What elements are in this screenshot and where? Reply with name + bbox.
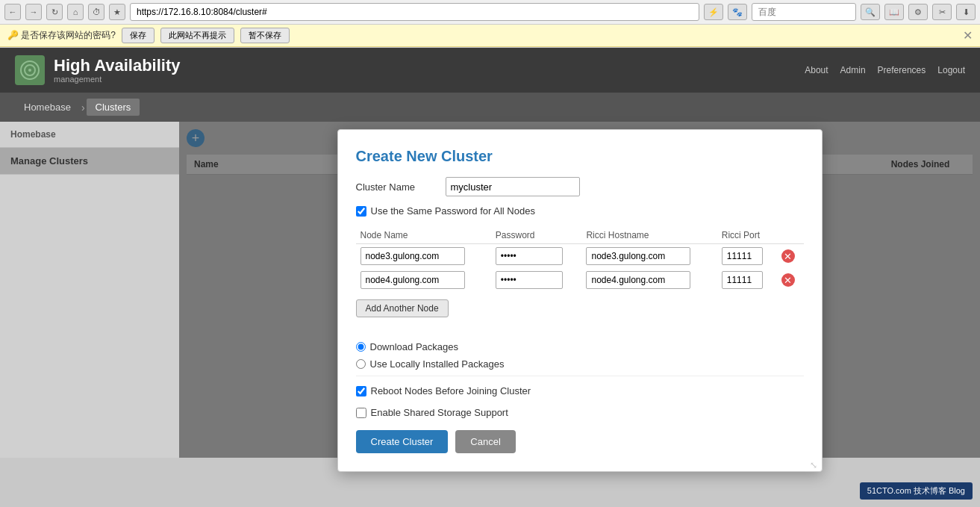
same-password-label: Use the Same Password for All Nodes xyxy=(371,205,535,217)
node1-hostname-cell xyxy=(581,244,717,269)
node2-remove-button[interactable]: ✕ xyxy=(781,273,795,287)
node1-port-cell xyxy=(717,244,777,269)
node2-password-input[interactable] xyxy=(496,271,563,289)
local-packages-radio[interactable] xyxy=(356,359,366,369)
modal-overlay: Create New Cluster Cluster Name Use the … xyxy=(179,122,980,458)
browser-toolbar: ← → ↻ ⌂ ⏱ ★ ⚡ 🐾 🔍 📖 ⚙ ✂ ⬇ xyxy=(0,0,980,25)
node1-name-input[interactable] xyxy=(361,247,465,265)
breadcrumb-homebase[interactable]: Homebase xyxy=(15,99,80,116)
logout-link[interactable]: Logout xyxy=(937,65,965,75)
browser-action-7[interactable]: ⬇ xyxy=(956,4,976,20)
resize-handle[interactable] xyxy=(810,459,819,468)
content-area: + Name Nodes Joined Create New Cluster C… xyxy=(179,122,980,458)
not-now-button[interactable]: 暂不保存 xyxy=(240,28,290,43)
same-password-row: Use the Same Password for All Nodes xyxy=(356,205,804,217)
browser-action-6[interactable]: ✂ xyxy=(932,4,952,20)
ricci-port-header: Ricci Port xyxy=(717,227,777,244)
home-button[interactable]: ⌂ xyxy=(67,4,84,20)
local-packages-label: Use Locally Installed Packages xyxy=(370,358,505,370)
logo-text: High Availability management xyxy=(54,57,181,84)
reboot-row: Reboot Nodes Before Joining Cluster xyxy=(356,385,804,396)
node2-port-cell xyxy=(717,268,777,292)
ricci-hostname-header: Ricci Hostname xyxy=(581,227,717,244)
logo-svg xyxy=(19,59,41,81)
cluster-name-row: Cluster Name xyxy=(356,177,804,196)
remove-header xyxy=(777,227,804,244)
node1-port-input[interactable] xyxy=(722,247,763,265)
reboot-label: Reboot Nodes Before Joining Cluster xyxy=(371,385,531,396)
browser-action-3[interactable]: 🔍 xyxy=(861,4,880,20)
shared-storage-row: Enable Shared Storage Support xyxy=(356,407,804,418)
create-cluster-modal: Create New Cluster Cluster Name Use the … xyxy=(337,129,823,472)
add-another-node-button[interactable]: Add Another Node xyxy=(356,299,449,317)
browser-action-1[interactable]: ⚡ xyxy=(704,4,723,20)
node2-port-input[interactable] xyxy=(722,271,763,289)
reboot-checkbox[interactable] xyxy=(356,386,366,396)
node2-hostname-input[interactable] xyxy=(586,271,690,289)
logo-icon xyxy=(15,55,45,85)
browser-chrome: ← → ↻ ⌂ ⏱ ★ ⚡ 🐾 🔍 📖 ⚙ ✂ ⬇ 🔑 是否保存该网站的密码? … xyxy=(0,0,980,48)
shared-storage-label: Enable Shared Storage Support xyxy=(371,407,508,418)
action-buttons: Create Cluster Cancel xyxy=(356,430,804,453)
header-nav: About Admin Preferences Logout xyxy=(805,65,980,75)
preferences-link[interactable]: Preferences xyxy=(878,65,926,75)
node2-remove-cell: ✕ xyxy=(777,268,804,292)
breadcrumb-arrow: › xyxy=(81,102,85,113)
cluster-name-input[interactable] xyxy=(446,177,580,196)
node2-hostname-cell xyxy=(581,268,717,292)
node1-hostname-input[interactable] xyxy=(586,247,690,265)
node2-name-cell xyxy=(356,268,491,292)
search-input[interactable] xyxy=(752,3,856,21)
back-button[interactable]: ← xyxy=(4,4,21,20)
form-divider xyxy=(356,376,804,376)
cluster-name-label: Cluster Name xyxy=(356,181,446,193)
timer-button[interactable]: ⏱ xyxy=(88,4,104,20)
url-bar[interactable] xyxy=(130,3,699,21)
sidebar-item-manage-clusters[interactable]: Manage Clusters xyxy=(0,148,179,175)
download-packages-label: Download Packages xyxy=(370,341,459,352)
app-logo: High Availability management xyxy=(0,55,196,85)
add-node-area: Add Another Node xyxy=(356,299,804,329)
browser-action-2[interactable]: 🐾 xyxy=(728,4,747,20)
node1-password-input[interactable] xyxy=(496,247,563,265)
password-header: Password xyxy=(491,227,582,244)
admin-link[interactable]: Admin xyxy=(840,65,866,75)
node2-name-input[interactable] xyxy=(361,271,465,289)
app-title: High Availability xyxy=(54,57,181,75)
watermark: 51CTO.com 技术博客 Blog xyxy=(860,482,973,500)
bookmark-button[interactable]: ★ xyxy=(109,4,125,20)
modal-title: Create New Cluster xyxy=(356,148,804,165)
svg-point-2 xyxy=(28,69,31,72)
browser-action-5[interactable]: ⚙ xyxy=(908,4,928,20)
browser-action-4[interactable]: 📖 xyxy=(884,4,904,20)
node-table: Node Name Password Ricci Hostname Ricci … xyxy=(356,227,804,292)
table-row: ✕ xyxy=(356,268,804,292)
same-password-checkbox[interactable] xyxy=(356,206,366,217)
password-bar: 🔑 是否保存该网站的密码? 保存 此网站不再提示 暂不保存 ✕ xyxy=(0,25,980,47)
never-save-button[interactable]: 此网站不再提示 xyxy=(160,28,234,43)
node1-remove-cell: ✕ xyxy=(777,244,804,269)
breadcrumb: Homebase › Clusters xyxy=(0,93,980,122)
reload-button[interactable]: ↻ xyxy=(46,4,63,20)
close-password-bar-button[interactable]: ✕ xyxy=(963,28,973,43)
shared-storage-checkbox[interactable] xyxy=(356,408,366,418)
sidebar: Homebase Manage Clusters xyxy=(0,122,179,458)
main-layout: Homebase Manage Clusters + Name Nodes Jo… xyxy=(0,122,980,458)
download-packages-row: Download Packages xyxy=(356,341,804,352)
table-row: ✕ xyxy=(356,244,804,269)
node1-password-cell xyxy=(491,244,582,269)
password-bar-text: 🔑 是否保存该网站的密码? xyxy=(7,29,116,42)
node1-remove-button[interactable]: ✕ xyxy=(781,249,795,263)
forward-button[interactable]: → xyxy=(25,4,42,20)
node2-password-cell xyxy=(491,268,582,292)
app-subtitle: management xyxy=(54,75,181,84)
save-password-button[interactable]: 保存 xyxy=(122,28,155,43)
create-cluster-button[interactable]: Create Cluster xyxy=(356,430,449,453)
cancel-button[interactable]: Cancel xyxy=(455,430,515,453)
download-packages-radio[interactable] xyxy=(356,342,366,352)
local-packages-row: Use Locally Installed Packages xyxy=(356,358,804,370)
breadcrumb-clusters[interactable]: Clusters xyxy=(87,99,140,116)
about-link[interactable]: About xyxy=(805,65,828,75)
node-name-header: Node Name xyxy=(356,227,491,244)
node1-name-cell xyxy=(356,244,491,269)
